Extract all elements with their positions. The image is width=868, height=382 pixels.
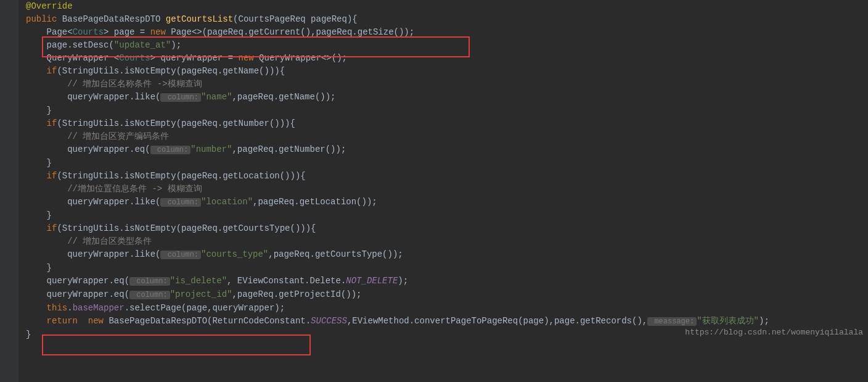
code-line: page.setDesc("update_at"); — [26, 39, 868, 52]
code-line: public BasePageDataRespDTO getCourtsList… — [26, 13, 868, 26]
param-hint: column: — [160, 93, 201, 102]
code-line: //增加位置信息条件 -> 模糊查询 — [26, 183, 868, 196]
code-line: queryWrapper.eq( column:"is_delete", EVi… — [26, 275, 868, 288]
code-line: if(StringUtils.isNotEmpty(pageReq.getLoc… — [26, 170, 868, 183]
code-line: @Override — [26, 0, 868, 13]
code-line: queryWrapper.like( column:"name",pageReq… — [26, 91, 868, 104]
code-line: } — [26, 104, 868, 117]
param-hint: column: — [129, 291, 170, 299]
watermark: https://blog.csdn.net/womenyiqilalala — [685, 326, 863, 339]
code-line: queryWrapper.eq( column:"project_id",pag… — [26, 288, 868, 302]
code-line: Page<Courts> page = new Page<>(pageReq.g… — [26, 26, 868, 39]
code-line: // 增加台区类型条件 — [26, 235, 868, 248]
code-line: // 增加台区名称条件 ->模糊查询 — [26, 78, 868, 91]
param-hint: column: — [160, 198, 201, 207]
code-line: } — [26, 157, 868, 170]
param-hint: column: — [129, 277, 170, 286]
code-line: queryWrapper.eq( column:"number",pageReq… — [26, 143, 868, 157]
code-line: // 增加台区资产编码条件 — [26, 130, 868, 143]
code-line: } — [26, 209, 868, 222]
code-line: this.baseMapper.selectPage(page,queryWra… — [26, 302, 868, 315]
code-line: queryWrapper.like( column:"location",pag… — [26, 196, 868, 209]
param-hint: column: — [150, 146, 191, 154]
code-line: } — [26, 262, 868, 275]
code-line: QueryWrapper <Courts> queryWrapper = new… — [26, 52, 868, 65]
param-hint: meassage: — [647, 317, 697, 326]
code-content: @Override public BasePageDataRespDTO get… — [7, 0, 868, 341]
param-hint: column: — [160, 251, 201, 259]
code-line: if(StringUtils.isNotEmpty(pageReq.getNam… — [26, 65, 868, 78]
code-line: if(StringUtils.isNotEmpty(pageReq.getCou… — [26, 222, 868, 235]
code-line: queryWrapper.like( column:"courts_type",… — [26, 248, 868, 262]
code-line: if(StringUtils.isNotEmpty(pageReq.getNum… — [26, 117, 868, 130]
code-editor: @Override public BasePageDataRespDTO get… — [0, 0, 868, 341]
gutter — [0, 0, 18, 382]
